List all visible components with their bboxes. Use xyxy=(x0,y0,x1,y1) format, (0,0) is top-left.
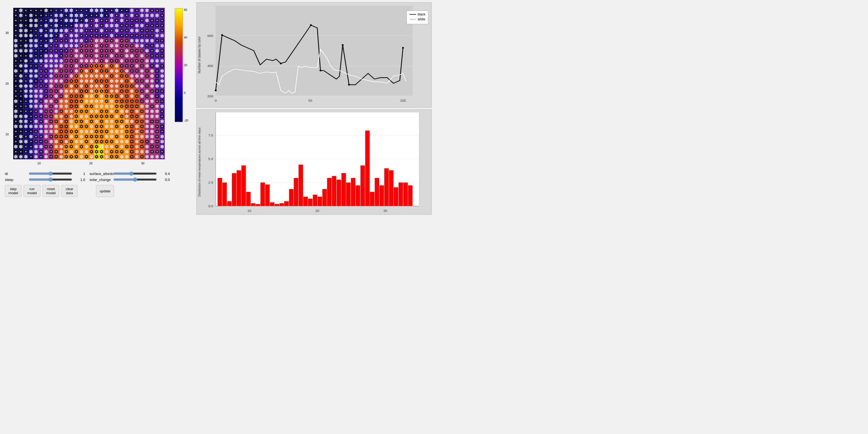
y-label-30: 30 xyxy=(5,31,9,34)
colorbar-label-0: 0 xyxy=(184,91,188,94)
dt-label: dt xyxy=(5,172,27,176)
colorbar-container: 60 40 20 0 -20 xyxy=(175,8,188,122)
y-label-20: 20 xyxy=(5,82,9,85)
svg-rect-67 xyxy=(379,185,384,206)
solar-change-slider[interactable] xyxy=(113,177,157,182)
svg-rect-39 xyxy=(246,192,251,206)
svg-rect-72 xyxy=(403,183,408,206)
svg-rect-61 xyxy=(351,178,355,206)
svg-rect-70 xyxy=(394,187,398,206)
svg-text:30: 30 xyxy=(383,209,388,212)
svg-rect-56 xyxy=(327,178,332,206)
svg-rect-35 xyxy=(227,201,231,206)
solar-change-label: solar_change xyxy=(90,178,111,182)
svg-point-14 xyxy=(280,63,282,64)
svg-rect-64 xyxy=(365,130,369,206)
svg-text:400: 400 xyxy=(207,64,213,68)
sleep-value: 1.0 xyxy=(74,178,85,182)
svg-rect-73 xyxy=(408,185,412,206)
svg-rect-59 xyxy=(341,173,346,206)
colorbar-label-60: 60 xyxy=(184,8,188,11)
colorbar-label-neg20: -20 xyxy=(184,119,188,122)
svg-rect-34 xyxy=(222,183,227,206)
svg-rect-46 xyxy=(279,203,284,206)
svg-rect-51 xyxy=(303,197,308,206)
svg-text:20: 20 xyxy=(315,209,319,212)
sleep-slider[interactable] xyxy=(29,177,72,182)
grid-wrapper: 10 20 30 10 20 30 xyxy=(13,8,169,159)
svg-rect-62 xyxy=(355,185,360,206)
svg-rect-58 xyxy=(337,180,341,206)
svg-rect-45 xyxy=(275,204,279,206)
legend-black-line xyxy=(410,14,416,14)
svg-rect-57 xyxy=(332,176,336,206)
grid-canvas xyxy=(13,8,165,159)
svg-text:Distribution of mean temperatu: Distribution of mean temperatures across… xyxy=(197,127,201,197)
clear-data-button[interactable]: cleardata xyxy=(61,185,78,197)
svg-rect-65 xyxy=(370,192,374,206)
solar-change-value: 0.0 xyxy=(159,178,170,182)
hist-chart-svg: 0.0 2.5 5.0 7.5 10 20 30 Distribution of… xyxy=(197,110,432,215)
svg-rect-71 xyxy=(399,183,403,206)
hist-chart-box: 0.0 2.5 5.0 7.5 10 20 30 Distribution of… xyxy=(196,109,432,215)
svg-rect-50 xyxy=(299,165,303,206)
x-label-30: 30 xyxy=(141,162,144,165)
svg-point-13 xyxy=(221,34,223,36)
legend-white: white xyxy=(410,18,425,21)
line-chart-box: 200 400 600 0 50 100 Number of daisies b… xyxy=(196,2,432,108)
svg-point-19 xyxy=(402,47,404,49)
svg-text:50: 50 xyxy=(308,99,312,102)
svg-text:10: 10 xyxy=(247,209,251,212)
colorbar-panel: 60 40 20 0 -20 xyxy=(174,0,195,217)
svg-point-18 xyxy=(348,84,350,86)
colorbar xyxy=(175,8,183,122)
svg-text:100: 100 xyxy=(400,99,406,102)
svg-point-16 xyxy=(319,70,321,71)
legend-white-line xyxy=(410,19,416,20)
run-model-button[interactable]: runmodel xyxy=(24,185,40,197)
surface-albedo-slider-row: surface_albedo 0.4 xyxy=(90,172,170,176)
svg-rect-48 xyxy=(289,189,293,206)
surface-albedo-value: 0.4 xyxy=(159,172,170,176)
reset-model-button[interactable]: resetmodel xyxy=(42,185,59,197)
left-panel: 10 20 30 10 20 30 dt 1 sleep xyxy=(0,0,174,217)
svg-text:600: 600 xyxy=(207,34,213,37)
svg-rect-37 xyxy=(237,170,241,206)
svg-rect-54 xyxy=(318,197,322,206)
dt-slider[interactable] xyxy=(29,172,72,176)
svg-rect-33 xyxy=(218,178,222,206)
svg-point-17 xyxy=(342,44,344,46)
grid-x-labels: 10 20 30 xyxy=(13,162,169,165)
colorbar-labels: 60 40 20 0 -20 xyxy=(184,8,188,122)
update-button[interactable]: update xyxy=(96,185,114,197)
legend-black-label: black xyxy=(418,12,425,16)
colorbar-label-20: 20 xyxy=(184,63,188,67)
step-model-button[interactable]: stepmodel xyxy=(5,185,22,197)
svg-rect-63 xyxy=(361,165,365,206)
svg-rect-38 xyxy=(241,165,246,206)
dt-slider-row: dt 1 xyxy=(5,172,85,176)
svg-text:0: 0 xyxy=(215,99,217,102)
buttons-row: stepmodel runmodel resetmodel cleardata … xyxy=(5,185,169,197)
line-chart-svg: 200 400 600 0 50 100 Number of daisies b… xyxy=(197,2,432,107)
svg-rect-42 xyxy=(260,183,265,206)
colorbar-label-40: 40 xyxy=(184,36,188,39)
dt-value: 1 xyxy=(74,172,85,176)
x-label-10: 10 xyxy=(37,162,41,165)
solar-change-slider-row: solar_change 0.0 xyxy=(90,177,170,182)
svg-rect-36 xyxy=(232,173,236,206)
right-panel: 200 400 600 0 50 100 Number of daisies b… xyxy=(195,0,434,217)
svg-text:Number of daisies by color: Number of daisies by color xyxy=(197,37,201,73)
svg-rect-66 xyxy=(375,178,379,206)
svg-rect-41 xyxy=(256,204,260,206)
surface-albedo-label: surface_albedo xyxy=(90,172,111,176)
svg-rect-44 xyxy=(270,203,274,206)
svg-point-15 xyxy=(310,24,312,26)
svg-rect-40 xyxy=(251,203,255,206)
line-chart-legend: black white xyxy=(407,10,428,24)
surface-albedo-slider[interactable] xyxy=(113,172,157,176)
x-label-20: 20 xyxy=(89,162,93,165)
sleep-label: sleep xyxy=(5,178,27,182)
svg-text:0.0: 0.0 xyxy=(208,204,213,208)
legend-black: black xyxy=(410,12,425,16)
